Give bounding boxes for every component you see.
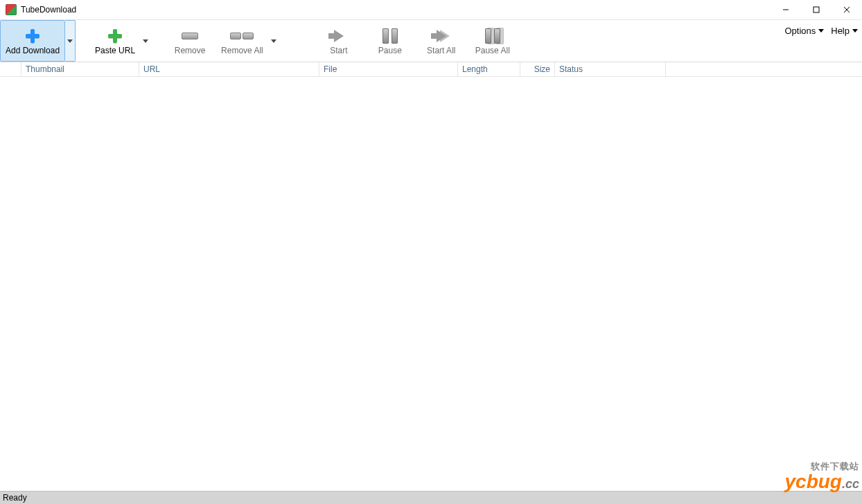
- close-icon: [843, 6, 850, 13]
- minimize-icon: [782, 6, 789, 13]
- close-button[interactable]: [832, 0, 862, 19]
- titlebar: TubeDownload: [0, 0, 862, 20]
- download-list[interactable]: [0, 77, 862, 491]
- start-all-label: Start All: [427, 46, 455, 55]
- chevron-down-icon: [271, 39, 276, 43]
- chevron-down-icon: [143, 39, 148, 43]
- help-label: Help: [831, 26, 850, 36]
- add-download-split: Add Download: [0, 20, 76, 62]
- remove-all-label: Remove All: [221, 46, 263, 55]
- status-text: Ready: [3, 493, 27, 503]
- pause-all-button[interactable]: Pause All: [467, 20, 518, 62]
- column-thumbnail[interactable]: Thumbnail: [21, 62, 139, 76]
- remove-button[interactable]: Remove: [164, 20, 216, 62]
- remove-all-button[interactable]: Remove All: [216, 20, 269, 62]
- plus-green-icon: [105, 28, 125, 44]
- add-download-label: Add Download: [6, 46, 60, 55]
- app-window: TubeDownload Add Download Paste URL: [0, 0, 862, 504]
- column-spacer[interactable]: [0, 62, 21, 76]
- minimize-button[interactable]: [771, 0, 801, 19]
- chevron-down-icon: [818, 29, 824, 33]
- pause-icon: [380, 28, 400, 44]
- column-url[interactable]: URL: [139, 62, 319, 76]
- double-minus-icon: [232, 28, 252, 44]
- options-menu[interactable]: Options: [784, 26, 824, 36]
- paste-url-button[interactable]: Paste URL: [89, 20, 141, 62]
- column-size[interactable]: Size: [520, 62, 554, 76]
- minus-icon: [180, 28, 200, 44]
- pause-all-icon: [483, 28, 502, 44]
- column-headers: Thumbnail URL File Length Size Status: [0, 62, 862, 77]
- statusbar: Ready: [0, 491, 862, 504]
- remove-all-dropdown[interactable]: [269, 20, 279, 62]
- pause-all-label: Pause All: [475, 46, 510, 55]
- chevron-down-icon: [852, 29, 858, 33]
- chevron-down-icon: [67, 39, 73, 43]
- app-icon: [6, 4, 17, 15]
- help-menu[interactable]: Help: [831, 26, 858, 36]
- maximize-button[interactable]: [801, 0, 832, 19]
- column-length[interactable]: Length: [457, 62, 520, 76]
- remove-label: Remove: [175, 46, 206, 55]
- options-label: Options: [784, 26, 816, 36]
- svg-rect-0: [813, 7, 819, 12]
- window-title: TubeDownload: [21, 5, 76, 15]
- add-download-dropdown[interactable]: [65, 20, 76, 62]
- arrow-right-icon: [329, 28, 349, 44]
- maximize-icon: [813, 6, 820, 13]
- start-button[interactable]: Start: [313, 20, 364, 62]
- remove-all-split: Remove All: [216, 20, 279, 62]
- column-file[interactable]: File: [319, 62, 457, 76]
- paste-url-label: Paste URL: [95, 46, 135, 55]
- double-arrow-icon: [432, 28, 451, 44]
- column-extra[interactable]: [665, 62, 862, 76]
- add-download-button[interactable]: Add Download: [0, 20, 65, 62]
- menu-right: Options Help: [784, 26, 858, 36]
- start-label: Start: [330, 46, 347, 55]
- paste-url-split: Paste URL: [89, 20, 150, 62]
- pause-button[interactable]: Pause: [364, 20, 416, 62]
- paste-url-dropdown[interactable]: [141, 20, 150, 62]
- pause-label: Pause: [378, 46, 402, 55]
- plus-blue-icon: [23, 28, 42, 44]
- toolbar: Add Download Paste URL Remove Remove All: [0, 20, 862, 62]
- column-status[interactable]: Status: [554, 62, 665, 76]
- start-all-button[interactable]: Start All: [416, 20, 467, 62]
